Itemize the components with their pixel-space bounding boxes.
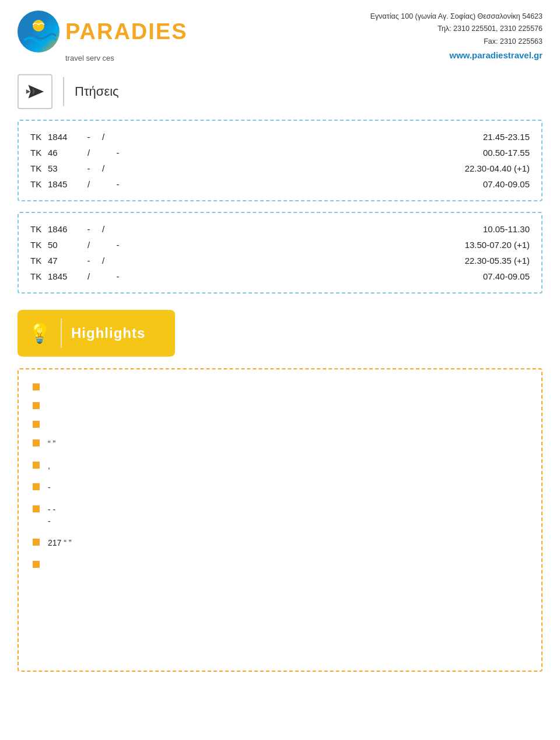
address-line1: Εγνατίας 100 (γωνία Αγ. Σοφίας) Θεσσαλον…: [370, 11, 542, 23]
flight-row-1-3: TK 53 - / 22.30-04.40 (+1): [30, 160, 530, 176]
bullet-text-8: 217 “ ”: [48, 537, 527, 549]
flight-num: 1844: [48, 132, 80, 142]
website-url: www.paradiestravel.gr: [370, 48, 542, 63]
logo-text-main: PARADIES: [65, 19, 188, 44]
highlights-banner: 💡 Highlights: [18, 310, 175, 357]
bullet-square-6: [33, 483, 40, 490]
flight-row-1-2: TK 46 / - 00.50-17.55: [30, 145, 530, 160]
highlights-banner-divider: [61, 319, 62, 348]
logo-text: PARADIES: [65, 20, 188, 43]
header-divider: [63, 77, 64, 106]
flights-header: Πτήσεις: [18, 74, 542, 109]
bullet-text-4: “ ”: [48, 438, 527, 450]
bullet-square-7: [33, 505, 40, 512]
tk-label: TK: [30, 132, 48, 142]
bullet-text-5: ,: [48, 460, 527, 472]
plane-box: [18, 74, 52, 109]
bullet-item-6: -: [33, 482, 527, 494]
flight-table-1: TK 1844 - / 21.45-23.15 TK 46 / - 00.50-…: [18, 120, 542, 201]
flight-row-1-1: TK 1844 - / 21.45-23.15: [30, 129, 530, 145]
flight-row-2-1: TK 1846 - / 10.05-11.30: [30, 221, 530, 237]
bullet-square-4: [33, 439, 40, 446]
bullet-text-7: - --: [48, 504, 527, 527]
bullet-square-2: [33, 402, 40, 409]
plane-icon: [24, 81, 46, 103]
contact-info: Εγνατίας 100 (γωνία Αγ. Σοφίας) Θεσσαλον…: [370, 11, 542, 62]
bullet-item-5: ,: [33, 460, 527, 472]
bullet-text-6: -: [48, 482, 527, 494]
bullet-square-3: [33, 421, 40, 428]
flights-section: Πτήσεις TK 1844 - / 21.45-23.15 TK 46 / …: [0, 68, 560, 294]
logo-area: PARADIES travel serv ces: [18, 11, 188, 62]
bullet-square-9: [33, 561, 40, 568]
flight-row-2-4: TK 1845 / - 07.40-09.05: [30, 268, 530, 284]
page-header: PARADIES travel serv ces Εγνατίας 100 (γ…: [0, 0, 560, 68]
bullet-item-1: [33, 382, 527, 390]
bullet-square-8: [33, 539, 40, 546]
highlights-label: Highlights: [71, 325, 145, 341]
bulb-icon: 💡: [28, 322, 51, 344]
bullet-item-2: [33, 401, 527, 409]
flight-row-2-3: TK 47 - / 22.30-05.35 (+1): [30, 253, 530, 268]
ptiseis-label: Πτήσεις: [75, 84, 119, 99]
logo-row: PARADIES: [18, 11, 188, 53]
bullet-item-7: - --: [33, 504, 527, 527]
logo-subtitle: travel serv ces: [65, 54, 114, 62]
logo-circle: [18, 11, 60, 53]
bullet-item-4: “ ”: [33, 438, 527, 450]
bullet-item-9: [33, 560, 527, 568]
bullet-square-1: [33, 383, 40, 390]
address-line2: Τηλ: 2310 225501, 2310 225576: [370, 23, 542, 35]
bullet-box: “ ” , - - -- 217 “ ”: [18, 368, 542, 672]
bullet-item-8: 217 “ ”: [33, 537, 527, 549]
bullet-item-3: [33, 420, 527, 428]
svg-point-0: [33, 20, 44, 32]
address-line3: Fax: 2310 225563: [370, 36, 542, 48]
flight-table-2: TK 1846 - / 10.05-11.30 TK 50 / - 13.50-…: [18, 212, 542, 294]
flight-row-1-4: TK 1845 / - 07.40-09.05: [30, 176, 530, 192]
bullet-square-5: [33, 462, 40, 469]
flight-row-2-2: TK 50 / - 13.50-07.20 (+1): [30, 237, 530, 253]
